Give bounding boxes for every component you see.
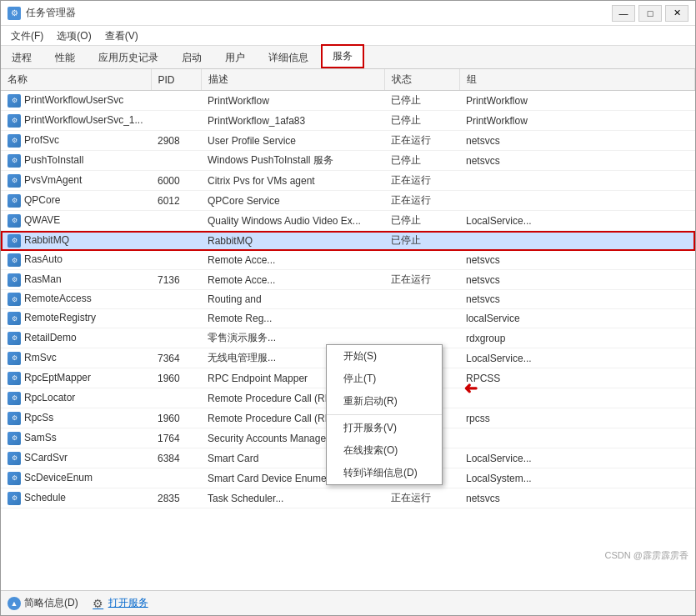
cell-pid: 2908 — [151, 131, 201, 151]
window-title: 任务管理器 — [26, 6, 76, 20]
status-brief-info[interactable]: ▲ 简略信息(D) — [8, 596, 78, 610]
service-icon: ⚙ — [8, 293, 21, 306]
tab-users[interactable]: 用户 — [214, 47, 256, 68]
col-header-desc[interactable]: 描述 — [201, 69, 384, 91]
cell-status: 已停止 — [384, 211, 459, 231]
tab-performance[interactable]: 性能 — [44, 47, 86, 68]
context-menu-separator — [327, 414, 442, 415]
table-row[interactable]: ⚙RasMan 7136 Remote Acce... 正在运行 netsvcs — [1, 270, 695, 290]
tab-bar: 进程 性能 应用历史记录 启动 用户 详细信息 服务 — [1, 46, 695, 69]
cell-name: ⚙PrintWorkflowUserSvc_1... — [1, 111, 151, 131]
cell-pid: 6384 — [151, 448, 201, 468]
cell-pid — [151, 468, 201, 488]
cell-name: ⚙RpcEptMapper — [1, 368, 151, 388]
context-menu-goto-details[interactable]: 转到详细信息(D) — [327, 462, 442, 484]
service-icon: ⚙ — [8, 134, 21, 148]
context-menu-restart[interactable]: 重新启动(R) — [327, 390, 442, 413]
col-header-group[interactable]: 组 — [459, 69, 695, 91]
cell-group: rdxgroup — [459, 328, 695, 348]
table-row[interactable]: ⚙QPCore 6012 QPCore Service 正在运行 — [1, 191, 695, 211]
context-menu-open-services[interactable]: 打开服务(V) — [327, 417, 442, 439]
cell-pid — [151, 91, 201, 111]
col-header-status[interactable]: 状态 — [384, 69, 459, 91]
cell-group: netsvcs — [459, 290, 695, 309]
context-menu-start[interactable]: 开始(S) — [327, 345, 442, 368]
table-row[interactable]: ⚙ProfSvc 2908 User Profile Service 正在运行 … — [1, 131, 695, 151]
cell-name: ⚙Schedule — [1, 488, 151, 508]
table-row[interactable]: ⚙QWAVE Quality Windows Audio Video Ex...… — [1, 211, 695, 231]
menu-options[interactable]: 选项(O) — [50, 28, 98, 43]
cell-pid — [151, 211, 201, 231]
title-bar-left: ⚙ 任务管理器 — [8, 6, 76, 20]
tab-process[interactable]: 进程 — [1, 47, 43, 68]
services-table-container[interactable]: 名称 PID 描述 状态 组 ⚙PrintWorkflowUserSvc Pri… — [1, 69, 695, 590]
service-icon: ⚙ — [8, 114, 21, 128]
cell-name: ⚙RemoteRegistry — [1, 309, 151, 328]
service-icon: ⚙ — [8, 94, 21, 108]
app-icon: ⚙ — [8, 7, 21, 20]
cell-name: ⚙RasAuto — [1, 251, 151, 270]
cell-pid — [151, 251, 201, 270]
service-icon: ⚙ — [8, 273, 21, 287]
brief-info-label[interactable]: 简略信息(D) — [24, 596, 78, 610]
table-row[interactable]: ⚙RemoteRegistry Remote Reg... localServi… — [1, 309, 695, 328]
context-menu-stop[interactable]: 停止(T) — [327, 368, 442, 390]
service-icon: ⚙ — [8, 154, 21, 168]
cell-group — [459, 231, 695, 251]
cell-desc: Remote Acce... — [201, 270, 384, 290]
table-row[interactable]: ⚙Schedule 2835 Task Scheduler... 正在运行 ne… — [1, 488, 695, 508]
tab-services[interactable]: 服务 — [321, 44, 364, 68]
maximize-button[interactable]: □ — [638, 5, 662, 22]
table-row[interactable]: ⚙RemoteAccess Routing and netsvcs — [1, 290, 695, 309]
cell-desc: PrintWorkflow_1afa83 — [201, 111, 384, 131]
cell-group: netsvcs — [459, 251, 695, 270]
service-icon: ⚙ — [8, 194, 21, 208]
service-icon: ⚙ — [8, 174, 21, 188]
title-bar: ⚙ 任务管理器 — □ ✕ — [1, 1, 695, 26]
menu-file[interactable]: 文件(F) — [4, 28, 50, 43]
watermark: CSDN @霹雳霹雳香 — [605, 549, 688, 562]
cell-pid — [151, 151, 201, 171]
cell-name: ⚙SCardSvr — [1, 448, 151, 468]
context-menu: 开始(S) 停止(T) 重新启动(R) 打开服务(V) 在线搜索(O) 转到详细… — [326, 344, 443, 485]
table-row[interactable]: ⚙PrintWorkflowUserSvc_1... PrintWorkflow… — [1, 111, 695, 131]
tab-app-history[interactable]: 应用历史记录 — [88, 47, 169, 68]
table-row[interactable]: ⚙PushToInstall Windows PushToInstall 服务 … — [1, 151, 695, 171]
table-row[interactable]: ⚙PrintWorkflowUserSvc PrintWorkflow 已停止 … — [1, 91, 695, 111]
tab-details[interactable]: 详细信息 — [258, 47, 319, 68]
cell-status — [384, 251, 459, 270]
status-open-services[interactable]: ⚙ 打开服务 — [92, 596, 148, 610]
table-row[interactable]: ⚙RabbitMQ RabbitMQ 已停止 — [1, 231, 695, 251]
cell-status: 正在运行 — [384, 131, 459, 151]
cell-pid — [151, 309, 201, 328]
minimize-button[interactable]: — — [612, 5, 635, 22]
cell-status: 正在运行 — [384, 488, 459, 508]
cell-name: ⚙ScDeviceEnum — [1, 468, 151, 488]
cell-group: netsvcs — [459, 131, 695, 151]
cell-group: RPCSS — [459, 368, 695, 388]
cell-desc: RabbitMQ — [201, 231, 384, 251]
col-header-name[interactable]: 名称 — [1, 69, 151, 91]
service-icon: ⚙ — [8, 472, 21, 485]
cell-desc: QPCore Service — [201, 191, 384, 211]
cell-name: ⚙SamSs — [1, 428, 151, 448]
cell-status — [384, 290, 459, 309]
cell-desc: User Profile Service — [201, 131, 384, 151]
window-controls: — □ ✕ — [612, 5, 688, 22]
col-header-pid[interactable]: PID — [151, 69, 201, 91]
open-services-label[interactable]: 打开服务 — [108, 596, 148, 610]
context-menu-online-search[interactable]: 在线搜索(O) — [327, 439, 442, 462]
table-row[interactable]: ⚙RasAuto Remote Acce... netsvcs — [1, 251, 695, 270]
close-button[interactable]: ✕ — [665, 5, 688, 22]
cell-group: PrintWorkflow — [459, 111, 695, 131]
menu-view[interactable]: 查看(V) — [98, 28, 145, 43]
cell-group — [459, 428, 695, 448]
cell-status: 已停止 — [384, 231, 459, 251]
cell-desc: Remote Reg... — [201, 309, 384, 328]
table-row[interactable]: ⚙PvsVmAgent 6000 Citrix Pvs for VMs agen… — [1, 171, 695, 191]
tab-startup[interactable]: 启动 — [171, 47, 213, 68]
cell-status: 已停止 — [384, 91, 459, 111]
cell-pid: 1960 — [151, 368, 201, 388]
cell-name: ⚙RetailDemo — [1, 328, 151, 348]
cell-desc: Citrix Pvs for VMs agent — [201, 171, 384, 191]
